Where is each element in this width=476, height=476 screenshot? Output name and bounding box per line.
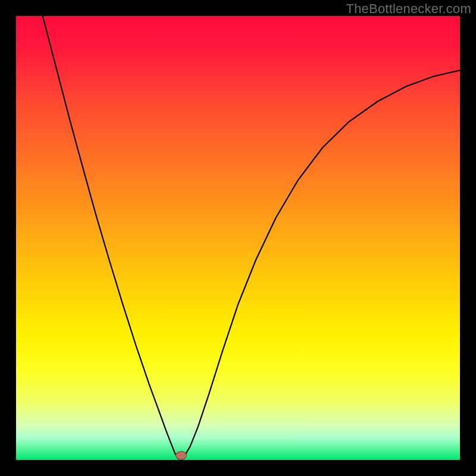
watermark-text: TheBottlenecker.com: [346, 1, 471, 17]
chart-frame: TheBottlenecker.com: [0, 0, 476, 476]
optimal-point-marker: [176, 452, 187, 459]
chart-background: [16, 16, 460, 460]
bottleneck-chart: [16, 16, 460, 460]
